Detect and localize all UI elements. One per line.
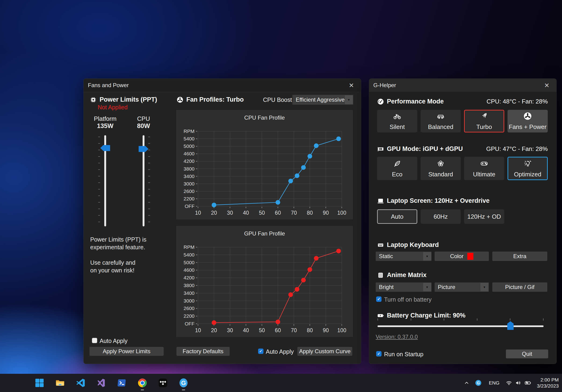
quit-button[interactable]: Quit	[506, 349, 548, 358]
gauge-icon	[377, 98, 384, 105]
curve-point[interactable]	[276, 320, 280, 324]
curve-point[interactable]	[295, 173, 299, 178]
anime-brightness-dropdown[interactable]: Bright	[376, 282, 432, 292]
cpu-fan-profile-chart[interactable]: CPU Fan ProfileOFF2200260030003400380042…	[176, 110, 353, 220]
clock[interactable]: 2:00 PM 3/23/2023	[537, 377, 559, 389]
slider-track[interactable]	[377, 325, 544, 327]
keyboard-mode-dropdown[interactable]: Static	[376, 252, 432, 261]
svg-text:30: 30	[227, 327, 233, 333]
curve-point[interactable]	[336, 136, 341, 141]
tile-label: Optimized	[514, 171, 541, 178]
close-icon[interactable]	[348, 82, 355, 89]
auto-apply-curve-checkbox[interactable]	[258, 348, 263, 354]
platform-power-slider[interactable]: Platform 135W	[91, 115, 119, 239]
taskbar-app-vscode-icon[interactable]	[75, 378, 86, 388]
apply-custom-curve-button[interactable]: Apply Custom Curve	[297, 347, 352, 356]
factory-defaults-button[interactable]: Factory Defaults	[176, 347, 230, 356]
tile-ultimate[interactable]: Ultimate	[464, 157, 504, 180]
run-on-startup-checkbox[interactable]	[376, 351, 382, 357]
chevron-down-icon[interactable]	[423, 252, 431, 260]
chevron-down-icon[interactable]	[423, 283, 431, 291]
tile-auto[interactable]: Auto	[377, 209, 417, 224]
ghelper-titlebar[interactable]: G-Helper	[369, 79, 556, 92]
picture-gif-button[interactable]: Picture / Gif	[492, 282, 547, 292]
taskbar-app-file-explorer-icon[interactable]	[55, 378, 65, 388]
battery-charge-slider[interactable]	[377, 318, 544, 333]
keyboard-color-button[interactable]: Color	[434, 252, 489, 261]
curve-point[interactable]	[288, 292, 293, 297]
apply-power-limits-button[interactable]: Apply Power Limits	[90, 347, 164, 356]
slider-tick	[98, 196, 100, 196]
laptop-screen-title: Laptop Screen: 120Hz + Overdrive	[387, 197, 490, 204]
cpu-boost-value: Efficient Aggressive	[296, 97, 345, 103]
turn-off-on-battery-checkbox[interactable]	[376, 296, 382, 302]
svg-text:90: 90	[323, 327, 329, 333]
tile-120hz-od[interactable]: 120Hz + OD	[464, 209, 504, 224]
tile-label: Standard	[428, 171, 453, 178]
gpu-mode-title: GPU Mode: iGPU + dGPU	[387, 145, 463, 153]
gpu-fan-profile-chart[interactable]: GPU Fan ProfileOFF2200260030003400380042…	[176, 225, 353, 337]
curve-point[interactable]	[288, 179, 293, 183]
curve-point[interactable]	[211, 320, 216, 325]
curve-point[interactable]	[307, 154, 312, 159]
tile-silent[interactable]: Silent	[377, 110, 417, 133]
taskbar-app-chrome-icon[interactable]	[137, 378, 148, 388]
tray-chevron-up-icon[interactable]	[464, 380, 470, 386]
curve-point[interactable]	[301, 165, 306, 170]
curve-point[interactable]	[314, 256, 319, 261]
battery-tray-icon[interactable]	[524, 379, 531, 386]
speaker-icon[interactable]	[515, 380, 522, 386]
tile-eco[interactable]: Eco	[377, 157, 417, 180]
gpu-fan-curve[interactable]: GPU Fan ProfileOFF2200260030003400380042…	[176, 226, 353, 337]
power-limits-status: Not Applied	[98, 104, 128, 111]
optimized-icon	[523, 159, 532, 168]
curve-point[interactable]	[295, 287, 299, 291]
version-link[interactable]: Version: 0.37.0.0	[376, 334, 418, 340]
cpu-fan-curve[interactable]: CPU Fan ProfileOFF2200260030003400380042…	[176, 110, 353, 219]
taskbar-app-start-icon[interactable]	[34, 378, 45, 388]
tile-fans-power[interactable]: Fans + Power	[507, 110, 548, 133]
screen-icon	[377, 197, 384, 204]
keyboard-extra-button[interactable]: Extra	[492, 252, 547, 261]
fans-titlebar[interactable]: Fans and Power	[84, 79, 361, 92]
cpu-temp-status: CPU: 48°C - Fan: 28%	[487, 98, 548, 105]
taskbar-app-g-helper-icon[interactable]: G	[178, 378, 189, 388]
slider-thumb[interactable]	[100, 145, 110, 151]
tile-60hz[interactable]: 60Hz	[421, 209, 461, 224]
slider-tick	[98, 163, 100, 163]
cpu-boost-dropdown[interactable]: Efficient Aggressive	[293, 95, 353, 105]
auto-apply-power-checkbox[interactable]	[92, 338, 97, 343]
slider-tick	[98, 209, 100, 209]
slider-tick	[148, 189, 150, 190]
curve-point[interactable]	[314, 144, 319, 148]
slider-thumb[interactable]	[507, 321, 514, 330]
slider-thumb[interactable]	[139, 146, 148, 152]
tray-ghelper-icon[interactable]: G	[475, 379, 482, 386]
tile-optimized[interactable]: Optimized	[507, 157, 548, 180]
taskbar-app-visual-studio-icon[interactable]	[96, 378, 107, 388]
svg-text:GPU Fan Profile: GPU Fan Profile	[244, 230, 285, 237]
taskbar-tray: G ENG 2:00 PM 3/23/2023	[464, 374, 559, 392]
slider-tick	[98, 222, 100, 222]
close-icon[interactable]	[543, 82, 550, 89]
chevron-down-icon[interactable]	[345, 95, 353, 104]
curve-point[interactable]	[336, 248, 341, 253]
cpu-power-slider[interactable]: CPU 80W	[129, 115, 158, 239]
curve-point[interactable]	[307, 267, 312, 272]
tile-standard[interactable]: Standard	[421, 157, 461, 180]
anime-content-dropdown[interactable]: Picture	[434, 282, 489, 292]
color-swatch[interactable]	[467, 253, 473, 260]
slider-tick	[510, 318, 510, 321]
wifi-icon[interactable]	[506, 380, 512, 386]
svg-text:2200: 2200	[184, 196, 195, 201]
chevron-down-icon[interactable]	[480, 283, 488, 291]
taskbar-app-tidal-icon[interactable]	[158, 378, 168, 388]
power-limits-title: Power Limits (PPT)	[100, 96, 157, 103]
tile-turbo[interactable]: Turbo	[464, 110, 504, 133]
curve-point[interactable]	[276, 200, 280, 205]
tile-balanced[interactable]: Balanced	[421, 110, 461, 133]
language-indicator[interactable]: ENG	[489, 380, 500, 386]
curve-point[interactable]	[211, 202, 216, 207]
curve-point[interactable]	[301, 278, 306, 282]
taskbar-app-terminal-icon[interactable]	[117, 378, 127, 388]
